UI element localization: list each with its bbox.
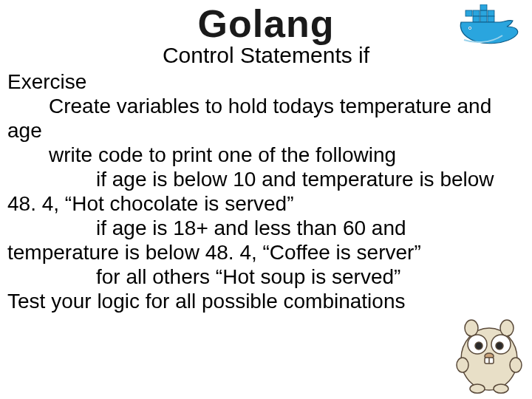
body-line: write code to print one of the following (7, 143, 522, 167)
slide-title: Golang (0, 1, 532, 46)
slide-subtitle: Control Statements if (0, 43, 532, 68)
svg-point-16 (496, 342, 503, 349)
body-line: Exercise (7, 69, 522, 94)
svg-rect-4 (480, 4, 487, 10)
body-line: Create variables to hold todays temperat… (7, 94, 522, 143)
svg-point-23 (494, 384, 508, 393)
svg-point-22 (470, 384, 485, 393)
body-line: Test your logic for all possible combina… (7, 289, 522, 313)
svg-point-15 (475, 342, 482, 349)
body-line: if age is 18+ and less than 60 and tempe… (7, 216, 522, 265)
svg-rect-5 (473, 16, 480, 22)
svg-point-12 (500, 320, 514, 336)
svg-point-9 (469, 27, 471, 29)
svg-rect-7 (488, 16, 494, 22)
svg-point-20 (457, 358, 468, 372)
golang-gopher-icon (445, 313, 526, 398)
svg-point-21 (510, 358, 522, 372)
svg-rect-2 (480, 10, 487, 16)
svg-point-11 (465, 320, 478, 336)
svg-rect-0 (466, 10, 472, 16)
docker-whale-icon (458, 4, 522, 50)
svg-rect-6 (480, 16, 487, 22)
svg-rect-3 (488, 10, 494, 16)
svg-rect-1 (473, 10, 480, 16)
body-line: if age is below 10 and temperature is be… (7, 167, 522, 216)
body-line: for all others “Hot soup is served” (7, 265, 522, 289)
slide-body: Exercise Create variables to hold todays… (0, 69, 532, 313)
